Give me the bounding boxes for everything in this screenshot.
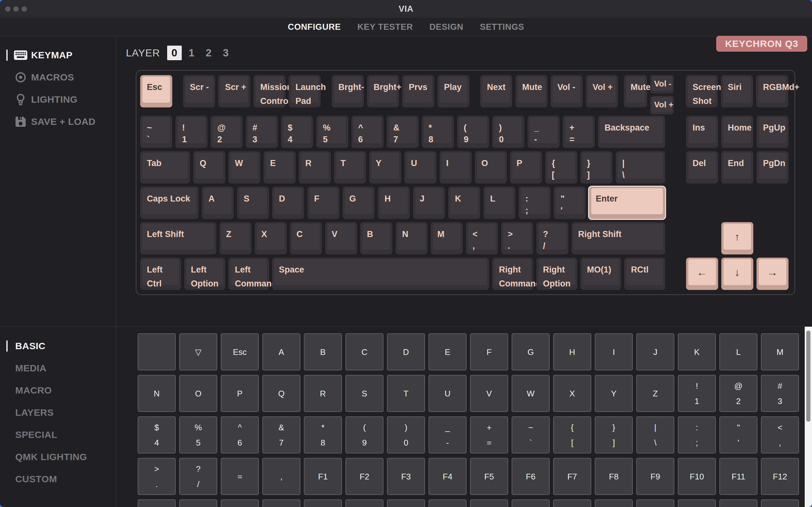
nav-design[interactable]: DESIGN [429, 22, 463, 32]
key-t[interactable]: T [334, 151, 366, 183]
picker-key-s[interactable]: S [345, 375, 384, 412]
key-8[interactable]: *8 [422, 116, 454, 148]
key-9[interactable]: (9 [457, 116, 489, 148]
picker-key-symbol[interactable]: }] [595, 416, 633, 453]
key-z[interactable]: Z [219, 222, 252, 255]
key-brght[interactable]: Brght- [332, 75, 364, 107]
key-left-command[interactable]: Left Command [229, 258, 269, 290]
key-symbol[interactable]: :; [519, 187, 551, 219]
key-ins[interactable]: Ins [686, 116, 718, 148]
picker-key-f8[interactable]: F8 [595, 458, 633, 495]
layer-option-1[interactable]: 1 [184, 46, 199, 60]
picker-key-a[interactable]: A [262, 333, 300, 371]
key-x[interactable]: X [255, 222, 287, 255]
picker-scrollbar[interactable] [805, 327, 812, 507]
key-g[interactable]: G [343, 187, 374, 219]
picker-key-f2[interactable]: F2 [345, 458, 384, 495]
picker-key-f6[interactable]: F6 [512, 458, 550, 495]
key-s[interactable]: S [237, 187, 269, 219]
key-pgdn[interactable]: PgDn [757, 151, 789, 183]
picker-key-page-up[interactable]: Page Up [345, 499, 384, 507]
key-1[interactable]: !1 [175, 116, 207, 148]
picker-key-n[interactable]: N [138, 375, 176, 412]
picker-key-pause[interactable]: Pause [221, 499, 259, 507]
close-window-button[interactable] [5, 6, 10, 12]
sidebar-item-keymap[interactable]: KEYMAP [0, 44, 116, 66]
key-c[interactable]: C [290, 222, 322, 255]
picker-key-i[interactable]: I [595, 333, 633, 371]
picker-key-t[interactable]: T [387, 375, 425, 412]
picker-key-f9[interactable]: F9 [636, 458, 674, 495]
key-right-command[interactable]: Right Command [492, 258, 533, 290]
key-w[interactable]: W [229, 151, 260, 183]
key-symbol[interactable]: ~` [140, 116, 172, 148]
picker-key-symbol[interactable]: , [262, 458, 300, 495]
picker-key-symbol[interactable]: :; [678, 416, 716, 453]
picker-key-4[interactable]: $4 [138, 416, 176, 453]
picker-key-9[interactable]: (9 [345, 416, 384, 453]
picker-key-x[interactable]: X [553, 375, 591, 412]
key-2[interactable]: @2 [211, 116, 243, 148]
key-b[interactable]: B [360, 222, 392, 255]
key-symbol[interactable]: |\ [616, 151, 665, 183]
picker-key-symbol[interactable]: <, [761, 416, 799, 453]
picker-key-y[interactable]: Y [595, 375, 633, 412]
key-right-shift[interactable]: Right Shift [571, 222, 665, 255]
picker-key-symbol[interactable]: = [221, 458, 259, 495]
key-left-shift[interactable]: Left Shift [140, 222, 216, 255]
tab-custom[interactable]: CUSTOM [0, 468, 116, 490]
key-backspace[interactable]: Backspace [598, 116, 665, 148]
key-m[interactable]: M [431, 222, 463, 255]
picker-scrollbar-thumb[interactable] [806, 331, 810, 422]
tab-macro[interactable]: MACRO [0, 379, 116, 401]
minimize-window-button[interactable] [13, 6, 19, 12]
sidebar-item-save-load[interactable]: SAVE + LOAD [0, 111, 116, 133]
key-r[interactable]: R [299, 151, 331, 183]
picker-key-r[interactable]: R [304, 375, 342, 412]
key-7[interactable]: &7 [387, 116, 419, 148]
picker-key-0[interactable]: )0 [387, 416, 425, 453]
picker-key-symbol[interactable]: {[ [553, 416, 591, 453]
key-prvs[interactable]: Prvs [402, 75, 434, 107]
layer-option-0[interactable]: 0 [167, 46, 182, 60]
key-vol[interactable]: Vol - [551, 75, 583, 107]
key-encoder-vol[interactable]: Vol - [650, 75, 673, 94]
key-right-option[interactable]: Right Option [537, 258, 577, 290]
key-mute[interactable]: Mute [624, 75, 647, 107]
key-end[interactable]: End [721, 151, 753, 183]
picker-key-symbol[interactable]: ~` [512, 416, 550, 453]
key-mo-1[interactable]: MO(1) [580, 258, 621, 290]
picker-key-symbol[interactable]: += [470, 416, 508, 453]
key-esc[interactable]: Esc [140, 75, 172, 107]
key-symbol[interactable]: += [563, 116, 595, 148]
key-v[interactable]: V [325, 222, 357, 255]
picker-key-transparent[interactable]: ▽ [179, 333, 217, 371]
picker-key-f4[interactable]: F4 [428, 458, 467, 495]
key-left-ctrl[interactable]: Left Ctrl [140, 258, 181, 290]
picker-key-v[interactable]: V [470, 375, 508, 412]
key-scr[interactable]: Scr + [218, 75, 250, 107]
picker-key-num-lock[interactable]: Num Lock [678, 499, 716, 507]
picker-key-2[interactable]: @2 [719, 375, 757, 412]
key-0[interactable]: )0 [492, 116, 524, 148]
key-y[interactable]: Y [369, 151, 401, 183]
picker-key-3[interactable]: #3 [761, 375, 799, 412]
tab-qmk-lighting[interactable]: QMK LIGHTING [0, 446, 116, 468]
picker-key-left[interactable]: Left [553, 499, 591, 507]
key-symbol[interactable]: >. [501, 222, 533, 255]
nav-settings[interactable]: SETTINGS [480, 22, 524, 32]
picker-key-m[interactable]: M [761, 333, 799, 371]
picker-key-j[interactable]: J [636, 333, 674, 371]
picker-key-p[interactable]: P [221, 375, 259, 412]
picker-key-e[interactable]: E [428, 333, 467, 371]
tab-layers[interactable]: LAYERS [0, 401, 116, 424]
key-3[interactable]: #3 [246, 116, 278, 148]
key-f[interactable]: F [307, 187, 339, 219]
picker-key-scroll-lock[interactable]: Scroll Lock [179, 499, 217, 507]
picker-key-symbol[interactable]: ?/ [179, 458, 217, 495]
picker-key-end[interactable]: End [428, 499, 467, 507]
key-q[interactable]: Q [193, 151, 225, 183]
picker-key-7[interactable]: &7 [262, 416, 300, 453]
picker-key-f10[interactable]: F10 [678, 458, 716, 495]
key-k[interactable]: K [448, 187, 480, 219]
